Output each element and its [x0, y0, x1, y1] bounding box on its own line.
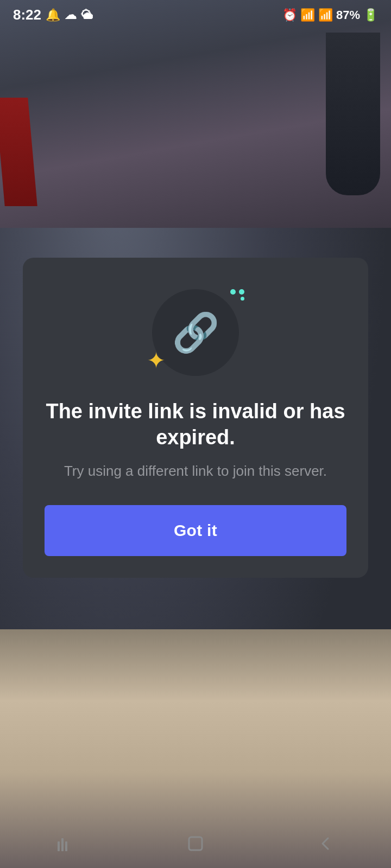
- wifi-icon: 📶: [300, 9, 315, 21]
- status-bar-left: 8:22 🔔 ☁ 🌥: [13, 7, 93, 23]
- teal-row-2: [241, 297, 244, 301]
- cloud2-icon: 🌥: [81, 9, 93, 21]
- sparkle-teal-group: [230, 289, 244, 301]
- link-emoji: 🔗: [172, 310, 219, 355]
- svg-rect-0: [58, 841, 60, 851]
- modal-card: 🔗 ✦ The invite link is invalid or has ex…: [23, 258, 368, 577]
- notification-icon: 🔔: [46, 9, 60, 21]
- teal-dot-small: [241, 297, 244, 301]
- alarm-icon: ⏰: [282, 9, 297, 21]
- got-it-button[interactable]: Got it: [45, 505, 346, 556]
- teal-dot-2: [239, 289, 244, 295]
- teal-dot-1: [230, 289, 236, 295]
- recent-apps-icon[interactable]: [49, 827, 81, 860]
- svg-rect-2: [65, 841, 67, 851]
- sparkle-gold-icon: ✦: [147, 347, 166, 374]
- home-icon[interactable]: [179, 827, 212, 860]
- modal-overlay: 🔗 ✦ The invite link is invalid or has ex…: [0, 0, 391, 868]
- nav-bar: [0, 819, 391, 868]
- modal-title: The invite link is invalid or has expire…: [45, 399, 346, 450]
- svg-rect-3: [189, 837, 202, 850]
- status-bar-right: ⏰ 📶 📶 87% 🔋: [282, 8, 378, 22]
- battery-percent: 87%: [336, 8, 360, 22]
- svg-rect-1: [61, 838, 64, 851]
- icon-area: 🔗 ✦: [147, 284, 244, 381]
- time-display: 8:22: [13, 7, 41, 23]
- back-icon[interactable]: [310, 827, 342, 860]
- signal-icon: 📶: [318, 9, 333, 21]
- status-bar: 8:22 🔔 ☁ 🌥 ⏰ 📶 📶 87% 🔋: [0, 0, 391, 30]
- cloud-icon: ☁: [65, 9, 77, 21]
- modal-subtitle: Try using a different link to join this …: [64, 461, 327, 481]
- teal-row-1: [230, 289, 244, 295]
- battery-icon: 🔋: [363, 9, 378, 21]
